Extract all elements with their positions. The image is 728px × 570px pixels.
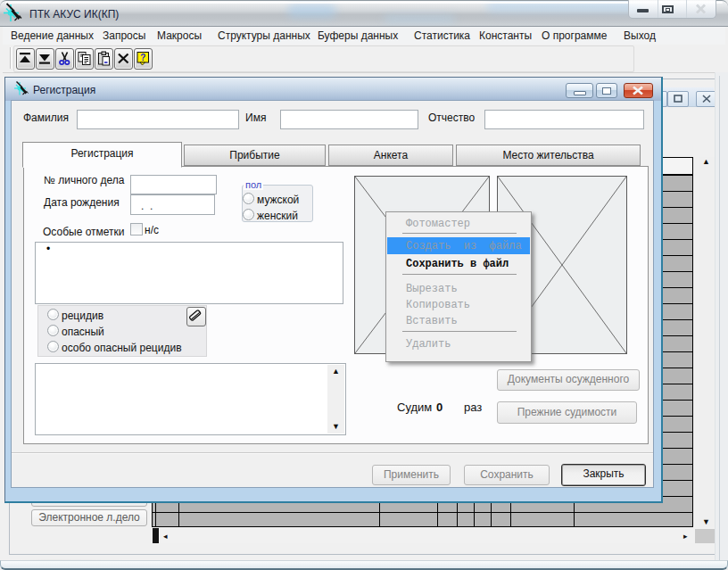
svg-text:?: ? bbox=[140, 53, 145, 62]
